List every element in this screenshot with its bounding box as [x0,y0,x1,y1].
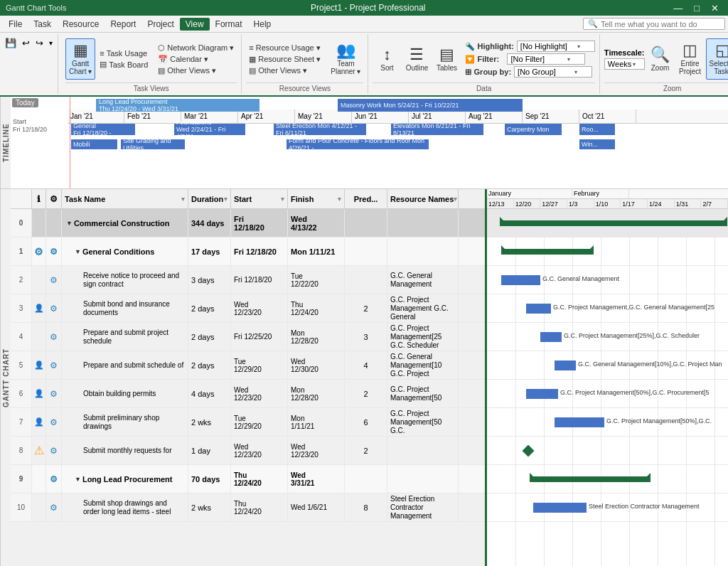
zoom-btn[interactable]: 🔍 Zoom [646,38,675,80]
table-row[interactable]: 5 👤 ⚙ Prepare and submit schedule of 2 d… [11,351,485,380]
undo-icon[interactable]: ↩ [20,37,32,49]
cell-name-6: Obtain building permits [62,380,188,407]
table-row[interactable]: 3 👤 ⚙ Submit bond and insurance document… [11,294,485,323]
highlight-select[interactable]: [No Highlight] ▾ [517,41,595,52]
menu-task[interactable]: Task [28,18,57,31]
tl-bar-general: GeneralFri 12/18/20 - [71,124,135,135]
collapse-1[interactable]: ▼ [75,248,81,255]
gantt-date-1227: 12/27 [540,199,567,209]
cell-name-8: Submit monthly requests for [62,437,188,464]
col-res[interactable]: Resource Names ▾ [387,189,459,208]
cell-start-2: Fri 12/18/20 [231,266,288,294]
filter-select[interactable]: [No Filter] ▾ [507,53,585,65]
other-views2-btn[interactable]: ▤ Other Views ▾ [246,65,323,76]
cell-res-6: G.C. Project Management[50 [387,380,459,407]
entire-project-btn[interactable]: ◫ EntireProject [676,38,705,80]
sort-arrow-dur: ▾ [224,196,228,203]
table-row[interactable]: 1 ⚙ ⚙ ▼ General Conditions 17 days Fri 1… [11,237,485,266]
maximize-btn[interactable]: □ [690,3,703,14]
cell-info-9 [32,465,46,493]
col-info[interactable]: ℹ [32,189,46,208]
menu-view[interactable]: View [180,18,210,31]
collapse-0[interactable]: ▼ [66,220,73,227]
title-left: Gantt Chart Tools [6,4,66,12]
cell-start-4: Fri 12/25/20 [231,323,288,351]
redo-icon[interactable]: ↪ [33,37,46,49]
menu-file[interactable]: File [3,18,28,31]
gantt-date-1213: 12/13 [487,199,514,209]
gantt-bar-cap-right-1 [588,245,594,251]
table-row[interactable]: 6 👤 ⚙ Obtain building permits 4 days Wed… [11,380,485,408]
cell-start-8: Wed12/23/20 [231,437,288,464]
save-icon[interactable]: 💾 [3,37,18,49]
table-row[interactable]: 9 ⚙ ▼ Long Lead Procurement 70 days Thu1… [11,465,485,493]
task-board-btn[interactable]: ▤ Task Board [97,59,151,70]
col-start[interactable]: Start ▾ [231,189,288,208]
table-row[interactable]: 7 👤 ⚙ Submit preliminary shop drawings 2… [11,408,485,437]
sort-arrow-res: ▾ [454,196,457,203]
gantt-icon: ▦ [73,43,88,58]
cell-mode-0 [46,209,62,237]
menu-report[interactable]: Report [105,18,141,31]
timescale-select[interactable]: Weeks ▾ [604,58,645,70]
cell-info-4 [32,323,46,351]
sort-icon: ↕ [383,47,391,63]
calendar-btn[interactable]: 📅 Calendar ▾ [155,54,237,65]
table-row[interactable]: 4 ⚙ Prepare and submit project schedule … [11,323,485,351]
gantt-bar-7 [555,417,604,427]
gantt-date-1220: 12/20 [514,199,541,209]
cell-mode-2: ⚙ [46,266,62,294]
table-row[interactable]: 2 ⚙ Receive notice to proceed and sign c… [11,266,485,294]
cell-num-3: 3 [11,294,32,322]
col-duration[interactable]: Duration ▾ [188,189,231,208]
table-row[interactable]: 10 ⚙ Submit shop drawings and order long… [11,493,485,522]
cell-pred-6: 2 [345,380,387,407]
selected-tasks-btn[interactable]: ◱ SelectedTasks [706,38,728,80]
col-task-name[interactable]: Task Name ▾ [62,189,188,208]
gantt-bar-label-10: Steel Erection Contractor Management [589,503,700,510]
more-icon[interactable]: ▾ [47,38,55,48]
cell-num-4: 4 [11,323,32,351]
minimize-btn[interactable]: — [670,3,686,14]
resource-usage-btn[interactable]: ≡ Resource Usage ▾ [246,43,323,53]
cell-start-7: Tue12/29/20 [231,408,288,436]
close-btn[interactable]: ✕ [707,3,722,14]
table-row[interactable]: 8 ⚠ ⚙ Submit monthly requests for 1 day … [11,437,485,465]
cell-start-1: Fri 12/18/20 [231,237,288,265]
today-badge: Today [12,98,38,107]
col-finish[interactable]: Finish ▾ [288,189,345,208]
task-usage-btn[interactable]: ≡ Task Usage [97,48,151,58]
gantt-chart-btn[interactable]: ▦ GanttChart ▾ [65,38,95,80]
search-input[interactable] [601,20,714,28]
gantt-row-5: G.C. General Management[10%],G.C. Projec… [487,351,728,380]
menu-project[interactable]: Project [141,18,179,31]
other-views-btn[interactable]: ▤ Other Views ▾ [155,65,237,76]
cell-info-3: 👤 [32,294,46,322]
search-box[interactable]: 🔍 [583,18,725,30]
cell-pred-8: 2 [345,437,387,464]
cell-mode-1: ⚙ [46,237,62,265]
cell-dur-1: 17 days [188,237,231,265]
cell-info-8: ⚠ [32,437,46,464]
collapse-9[interactable]: ▼ [75,476,81,483]
gantt-bar-label-6: G.C. Project Management[50%],G.C. Procur… [560,389,710,396]
outline-btn[interactable]: ☰ Outline [402,38,431,80]
gantt-row-7: G.C. Project Management[50%],G.C. [487,408,728,437]
sort-btn[interactable]: ↕ Sort [373,38,401,80]
cell-finish-7: Mon1/11/21 [288,408,345,436]
cell-pred-7: 6 [345,408,387,436]
team-planner-btn[interactable]: 👥 TeamPlanner ▾ [328,38,363,80]
col-pred[interactable]: Pred... [345,189,387,208]
menu-resource[interactable]: Resource [57,18,105,31]
col-mode[interactable]: ⚙ [46,189,62,208]
window-controls: — □ ✕ [670,3,722,14]
groupby-select[interactable]: [No Group] ▾ [514,66,592,78]
gantt-row-4: G.C. Project Management[25%],G.C. Schedu… [487,323,728,351]
table-row[interactable]: 0 ▼ Commercial Construction 344 days Fri… [11,209,485,237]
network-diagram-btn[interactable]: ⬡ Network Diagram ▾ [155,43,237,53]
resource-sheet-btn[interactable]: ▦ Resource Sheet ▾ [246,54,323,65]
menu-help[interactable]: Help [248,18,277,31]
menu-format[interactable]: Format [210,18,248,31]
task-views-label: Task Views [65,82,237,92]
tables-btn[interactable]: ▤ Tables [432,38,461,80]
